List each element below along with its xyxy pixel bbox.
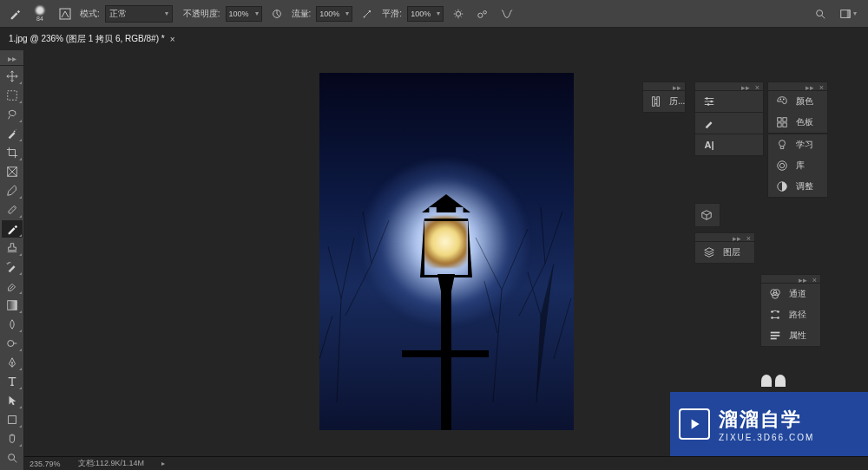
brush-preset[interactable]: 84: [30, 3, 50, 24]
learn-label: 学习: [796, 139, 813, 151]
smooth-value-box[interactable]: 100%▾: [407, 6, 444, 22]
smooth-options-icon[interactable]: [449, 4, 468, 23]
brush-panel-icon[interactable]: [56, 4, 75, 23]
cube-icon: [700, 208, 713, 222]
chevron-right-icon[interactable]: ▸: [161, 460, 165, 467]
svg-point-3: [457, 11, 461, 16]
flow-value-box[interactable]: 100%▾: [316, 6, 352, 22]
close-icon[interactable]: ×: [170, 35, 175, 44]
shape-tool[interactable]: [2, 411, 23, 428]
palette-icon: [775, 95, 789, 108]
adjust-label: 调整: [796, 180, 813, 193]
collapse-icon[interactable]: ▸▸: [806, 83, 814, 89]
color-tab[interactable]: 颜色: [768, 91, 827, 112]
status-bar: 235.79% 文档:112.9K/1.14M ▸: [24, 456, 868, 470]
svg-point-6: [817, 10, 823, 16]
play-icon: [679, 408, 710, 440]
collapse-icon[interactable]: ▸▸: [733, 234, 741, 240]
svg-point-28: [707, 103, 710, 106]
svg-point-4: [478, 13, 483, 17]
3d-tab[interactable]: [695, 204, 720, 226]
option-bar: 84 模式: 正常 ▾ 不透明度: 100%▾ 流量: 100%▾ 平滑: 10…: [0, 0, 868, 28]
move-tool[interactable]: [2, 68, 23, 85]
dodge-tool[interactable]: [2, 335, 23, 352]
bulb-icon: [775, 138, 789, 152]
svg-point-15: [11, 210, 12, 211]
airbrush-icon[interactable]: [358, 4, 377, 23]
lasso-tool[interactable]: [2, 106, 23, 123]
collapse-icon[interactable]: ▸▸: [673, 83, 681, 89]
decorative-dots: [761, 375, 786, 387]
paths-tab[interactable]: 路径: [761, 304, 820, 325]
panel-3d-group: [694, 203, 720, 227]
svg-point-21: [8, 454, 14, 460]
mode-select[interactable]: 正常 ▾: [105, 5, 173, 23]
paths-label: 路径: [789, 309, 806, 321]
toolbox-expand[interactable]: ▸▸: [0, 52, 23, 66]
history-brush-tool[interactable]: [2, 258, 23, 276]
quick-select-tool[interactable]: [2, 125, 23, 142]
brush-settings-tab[interactable]: [695, 91, 763, 113]
doc-info[interactable]: 文档:112.9K/1.14M: [78, 458, 145, 469]
close-icon[interactable]: ×: [746, 234, 751, 240]
eyedropper-tool[interactable]: [2, 182, 23, 199]
panel-color-group-2: ▸▸× 颜色 色板: [767, 82, 828, 134]
swatch-tab[interactable]: 色板: [768, 112, 827, 133]
brushes-tab[interactable]: [695, 113, 763, 134]
history-label: 历...: [669, 95, 685, 108]
pressure-size-icon[interactable]: [473, 4, 492, 23]
zoom-value[interactable]: 235.79%: [30, 460, 61, 468]
heal-tool[interactable]: [2, 201, 23, 219]
history-panel-tab[interactable]: 历...: [643, 91, 685, 112]
svg-point-19: [11, 362, 13, 363]
tool-preset-icon[interactable]: [5, 4, 24, 23]
opacity-value-box[interactable]: 100%▾: [226, 6, 262, 22]
frame-tool[interactable]: [2, 163, 23, 180]
svg-point-18: [7, 341, 13, 347]
close-icon[interactable]: ×: [755, 83, 760, 89]
properties-tab[interactable]: 属性: [761, 325, 820, 346]
adjust-tab[interactable]: 调整: [768, 176, 827, 197]
document-tab-title: 1.jpg @ 236% (图层 1 拷贝 6, RGB/8#) *: [9, 33, 165, 45]
close-icon[interactable]: ×: [812, 276, 817, 282]
hand-tool[interactable]: [2, 430, 23, 447]
stamp-tool[interactable]: [2, 239, 23, 257]
gradient-tool[interactable]: [2, 297, 23, 314]
workspace-icon[interactable]: ▾: [838, 4, 858, 23]
crop-tool[interactable]: [2, 144, 23, 161]
flow-value: 100%: [319, 10, 339, 18]
layers-tab[interactable]: 图层: [695, 242, 754, 263]
collapse-icon[interactable]: ▸▸: [741, 83, 750, 89]
svg-point-2: [364, 16, 365, 17]
channels-tab[interactable]: 通道: [761, 284, 820, 304]
pressure-opacity-icon[interactable]: [267, 4, 286, 23]
svg-point-14: [9, 212, 10, 212]
eraser-tool[interactable]: [2, 277, 23, 295]
marquee-tool[interactable]: [2, 87, 23, 104]
pen-tool[interactable]: [2, 354, 23, 371]
brush-tool[interactable]: [2, 220, 23, 238]
brush-size-value: 84: [36, 16, 43, 22]
zoom-tool[interactable]: [2, 449, 23, 467]
symmetry-icon[interactable]: [497, 4, 516, 23]
canvas-image[interactable]: [319, 73, 574, 430]
blur-tool[interactable]: [2, 316, 23, 333]
svg-rect-25: [657, 97, 660, 107]
glyphs-tab[interactable]: A|: [695, 134, 763, 155]
search-icon[interactable]: [811, 4, 830, 23]
svg-point-26: [706, 97, 708, 100]
document-tab[interactable]: 1.jpg @ 236% (图层 1 拷贝 6, RGB/8#) * ×: [9, 33, 175, 45]
swatch-label: 色板: [796, 116, 813, 128]
path-select-tool[interactable]: [2, 392, 23, 409]
properties-icon: [768, 329, 782, 343]
type-tool[interactable]: [2, 373, 23, 390]
properties-label: 属性: [789, 330, 806, 342]
color-label: 颜色: [796, 95, 813, 108]
close-icon[interactable]: ×: [819, 83, 824, 89]
learn-tab[interactable]: 学习: [768, 134, 827, 155]
collapse-icon[interactable]: ▸▸: [799, 276, 807, 282]
opacity-label: 不透明度:: [183, 8, 220, 20]
smooth-label: 平滑:: [382, 8, 402, 20]
svg-rect-24: [653, 97, 655, 107]
library-tab[interactable]: 库: [768, 155, 827, 176]
